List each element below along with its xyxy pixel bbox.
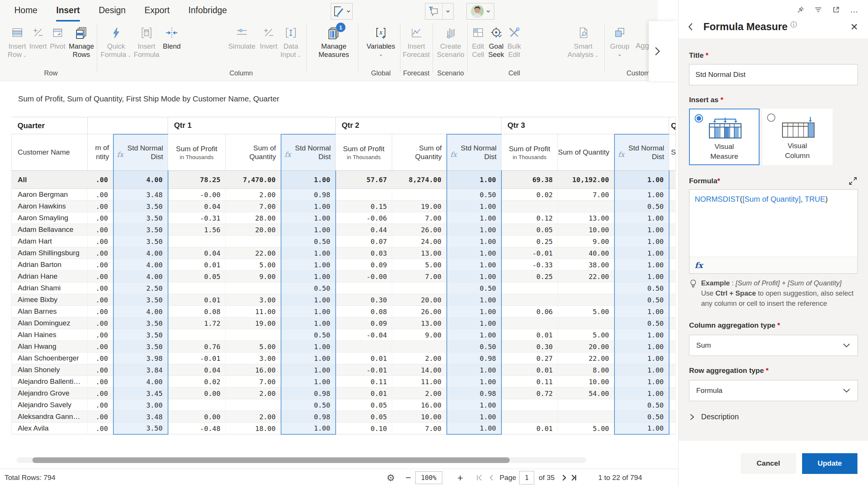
table-cell[interactable]: [558, 399, 614, 411]
table-cell[interactable]: .00: [88, 171, 113, 189]
filter-icon[interactable]: [815, 6, 822, 14]
table-cell[interactable]: 3.00: [226, 353, 281, 364]
table-cell[interactable]: 0.50: [281, 282, 336, 294]
table-cell[interactable]: 0.50: [614, 317, 669, 329]
table-cell[interactable]: -0.33: [501, 259, 558, 271]
table-cell[interactable]: 1.00: [447, 411, 501, 423]
ribbon-item-blend[interactable]: Blend: [160, 26, 184, 51]
table-cell[interactable]: 0.11: [501, 376, 558, 388]
table-cell[interactable]: 0.02: [168, 376, 226, 388]
table-cell[interactable]: 9.00: [558, 236, 614, 247]
ribbon-item-insert-formula[interactable]: InsertFormula: [130, 26, 163, 59]
page-number-input[interactable]: [519, 471, 534, 484]
table-cell[interactable]: [168, 282, 226, 294]
table-cell[interactable]: 0.50: [447, 189, 501, 201]
table-cell[interactable]: 11.00: [392, 376, 447, 388]
header-sum-of-profit[interactable]: Sum of Profitin Thousands: [501, 134, 558, 171]
fx-icon[interactable]: fx: [689, 257, 857, 273]
table-cell[interactable]: .00: [88, 247, 113, 259]
table-cell[interactable]: 0.50: [614, 282, 669, 294]
table-cell[interactable]: [336, 189, 392, 201]
table-cell[interactable]: 2.50: [113, 282, 168, 294]
table-cell[interactable]: 40.00: [558, 247, 614, 259]
table-cell[interactable]: 1.00: [614, 189, 669, 201]
table-cell[interactable]: .00: [88, 399, 113, 411]
close-icon[interactable]: ✕: [850, 21, 858, 32]
table-cell[interactable]: 0.04: [168, 247, 226, 259]
ribbon-item-data-input[interactable]: DataInput⌄: [278, 26, 304, 59]
table-cell[interactable]: 0.01: [501, 364, 558, 376]
table-cell[interactable]: 1.00: [614, 353, 669, 364]
table-cell[interactable]: .00: [88, 411, 113, 423]
table-cell[interactable]: 20.00: [226, 224, 281, 236]
expand-editor-icon[interactable]: [848, 176, 857, 186]
table-cell[interactable]: 1.00: [614, 271, 669, 282]
table-cell[interactable]: 2.00: [392, 388, 447, 399]
table-cell[interactable]: 1.00: [447, 306, 501, 317]
table-cell[interactable]: 1.00: [447, 294, 501, 306]
table-cell[interactable]: 1.00: [614, 364, 669, 376]
table-cell[interactable]: 1.00: [614, 388, 669, 399]
comment-dropdown-button[interactable]: [443, 3, 453, 19]
customer-name-cell[interactable]: Alex Avila: [12, 423, 88, 434]
table-cell[interactable]: 24.00: [392, 236, 447, 247]
ribbon-item-smart-analysis[interactable]: SmartAnalysis⌄: [564, 26, 603, 59]
table-cell[interactable]: 1.00: [281, 364, 336, 376]
table-cell[interactable]: 0.50: [281, 399, 336, 411]
ribbon-item-manage-rows[interactable]: ManageRows: [65, 26, 98, 59]
table-cell[interactable]: 0.30: [336, 294, 392, 306]
table-cell[interactable]: 0.10: [336, 423, 392, 434]
customer-name-cell[interactable]: Alejandro Savely: [12, 399, 88, 411]
table-cell[interactable]: 0.76: [168, 341, 226, 353]
table-cell[interactable]: 1.00: [614, 171, 669, 189]
table-cell[interactable]: .00: [88, 341, 113, 353]
table-cell[interactable]: 0.04: [168, 364, 226, 376]
next-page-button[interactable]: [560, 474, 568, 482]
option-visual-measure[interactable]: VisualMeasure: [689, 109, 760, 165]
table-cell[interactable]: 0.50: [614, 294, 669, 306]
table-cell[interactable]: 20.00: [558, 341, 614, 353]
table-cell[interactable]: -0.06: [336, 212, 392, 224]
table-cell[interactable]: 3.50: [113, 201, 168, 212]
customer-name-cell[interactable]: Adrian Shami: [12, 282, 88, 294]
table-cell[interactable]: 3.84: [113, 364, 168, 376]
table-cell[interactable]: 2.00: [226, 411, 281, 423]
table-cell[interactable]: 0.98: [447, 388, 501, 399]
group-header-qtr2[interactable]: Qtr 2: [336, 117, 501, 134]
table-cell[interactable]: 7.00: [392, 212, 447, 224]
table-cell[interactable]: .00: [88, 294, 113, 306]
table-cell[interactable]: 9.00: [226, 271, 281, 282]
table-cell[interactable]: 5.00: [558, 306, 614, 317]
table-cell[interactable]: 7.00: [392, 271, 447, 282]
customer-name-cell[interactable]: Alan Barnes: [12, 306, 88, 317]
customer-name-cell[interactable]: Adrian Barton: [12, 259, 88, 271]
table-cell[interactable]: 16.00: [226, 364, 281, 376]
table-cell[interactable]: [168, 236, 226, 247]
table-cell[interactable]: -0.00: [336, 271, 392, 282]
table-cell[interactable]: 1.00: [447, 259, 501, 271]
back-icon[interactable]: [687, 22, 694, 32]
table-cell[interactable]: 0.30: [501, 341, 558, 353]
table-cell[interactable]: 0.00: [168, 388, 226, 399]
ribbon-item-simulate[interactable]: Simulate: [225, 26, 258, 51]
table-cell[interactable]: [226, 329, 281, 341]
customer-name-cell[interactable]: Alan Haines: [12, 329, 88, 341]
table-cell[interactable]: 0.05: [168, 271, 226, 282]
table-cell[interactable]: 1.00: [447, 271, 501, 282]
group-header-qtr1[interactable]: Qtr 1: [168, 117, 336, 134]
header-std-normal-dist[interactable]: fxStd Normal Dist: [614, 134, 669, 171]
description-toggle[interactable]: Description: [689, 412, 857, 421]
table-cell[interactable]: 19.00: [226, 317, 281, 329]
table-cell[interactable]: 7.00: [392, 423, 447, 434]
table-cell[interactable]: 0.05: [336, 411, 392, 423]
table-cell[interactable]: 0.01: [501, 329, 558, 341]
customer-name-cell[interactable]: Aaron Hawkins: [12, 201, 88, 212]
table-cell[interactable]: [558, 411, 614, 423]
table-cell[interactable]: 1.00: [447, 376, 501, 388]
ribbon-item-group[interactable]: Group ⌄: [607, 26, 632, 57]
table-cell[interactable]: [501, 317, 558, 329]
table-cell[interactable]: .00: [88, 271, 113, 282]
table-cell[interactable]: 1.00: [447, 364, 501, 376]
tab-insert[interactable]: Insert: [56, 5, 80, 19]
table-cell[interactable]: -0.31: [168, 212, 226, 224]
